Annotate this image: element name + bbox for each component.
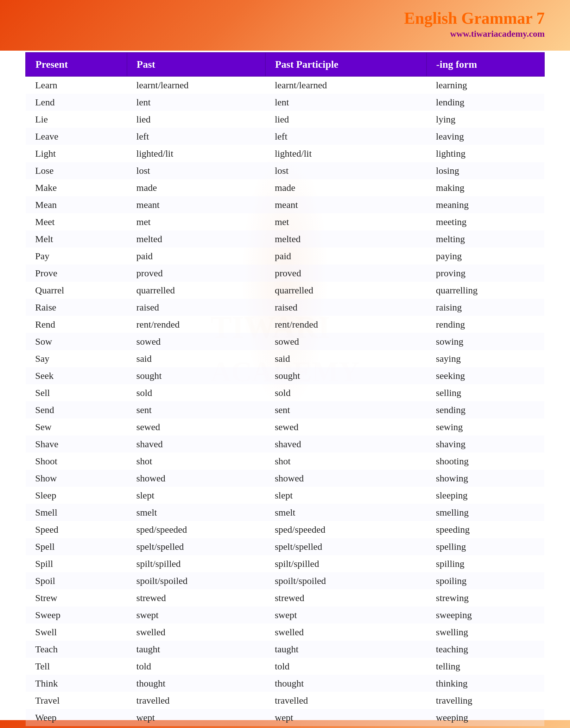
table-cell: strewing — [426, 589, 544, 607]
table-cell: told — [127, 658, 265, 675]
table-cell: made — [127, 179, 265, 196]
table-cell: smelling — [426, 504, 544, 521]
table-cell: spelling — [426, 538, 544, 555]
table-cell: shot — [127, 453, 265, 470]
table-cell: paying — [426, 247, 544, 264]
table-cell: lost — [127, 162, 265, 179]
col-present: Present — [26, 53, 127, 76]
table-cell: wetted — [265, 726, 426, 728]
table-cell: speeding — [426, 521, 544, 538]
page-content: English Grammar 7 www.tiwariacademy.com … — [0, 0, 570, 728]
table-row: Strewstrewedstrewedstrewing — [26, 589, 544, 607]
table-cell: lent — [265, 94, 426, 111]
table-cell: shaved — [127, 436, 265, 453]
table-cell: quarrelled — [265, 282, 426, 299]
table-row: Wetwettedwettedwetting — [26, 726, 544, 728]
table-row: Spellspelt/spelledspelt/spelledspelling — [26, 538, 544, 555]
table-cell: Shave — [26, 436, 127, 453]
table-row: Shaveshavedshavedshaving — [26, 436, 544, 453]
table-cell: swelling — [426, 624, 544, 641]
table-cell: sewed — [127, 419, 265, 436]
table-cell: Make — [26, 179, 127, 196]
table-cell: showed — [127, 470, 265, 487]
col-past: Past — [127, 53, 265, 76]
table-cell: meeting — [426, 213, 544, 230]
table-row: Leaveleftleftleaving — [26, 128, 544, 145]
table-row: Lightlighted/litlighted/litlighting — [26, 145, 544, 162]
table-cell: shot — [265, 453, 426, 470]
table-cell: taught — [265, 641, 426, 658]
table-row: Meetmetmetmeeting — [26, 213, 544, 230]
table-cell: sending — [426, 401, 544, 419]
table-cell: melting — [426, 230, 544, 247]
table-cell: told — [265, 658, 426, 675]
table-cell: Melt — [26, 230, 127, 247]
table-row: Lieliedliedlying — [26, 111, 544, 128]
table-cell: sold — [127, 384, 265, 401]
table-cell: strewed — [127, 589, 265, 607]
table-cell: Rend — [26, 316, 127, 333]
table-cell: meaning — [426, 196, 544, 213]
table-cell: swelled — [127, 624, 265, 641]
table-cell: slept — [127, 487, 265, 504]
table-cell: lied — [265, 111, 426, 128]
page-title: English Grammar 7 — [25, 9, 545, 28]
table-cell: lending — [426, 94, 544, 111]
table-cell: Wet — [26, 726, 127, 728]
table-cell: raised — [127, 299, 265, 316]
table-cell: proved — [265, 264, 426, 282]
table-cell: sped/speeded — [265, 521, 426, 538]
table-cell: spoilt/spoiled — [127, 572, 265, 589]
table-row: Sendsentsentsending — [26, 401, 544, 419]
table-row: Speedsped/speededsped/speededspeeding — [26, 521, 544, 538]
table-cell: learning — [426, 76, 544, 94]
table-cell: raising — [426, 299, 544, 316]
table-cell: Spell — [26, 538, 127, 555]
table-cell: spelt/spelled — [127, 538, 265, 555]
table-row: Sellsoldsoldselling — [26, 384, 544, 401]
table-row: Proveprovedprovedproving — [26, 264, 544, 282]
table-cell: thinking — [426, 675, 544, 692]
table-cell: sold — [265, 384, 426, 401]
table-cell: sent — [265, 401, 426, 419]
title-number: 7 — [536, 9, 545, 27]
table-row: Meanmeantmeantmeaning — [26, 196, 544, 213]
table-cell: Lie — [26, 111, 127, 128]
table-cell: wetted — [127, 726, 265, 728]
page-header: English Grammar 7 www.tiwariacademy.com — [25, 0, 545, 43]
table-cell: saying — [426, 350, 544, 367]
table-cell: Meet — [26, 213, 127, 230]
table-cell: Pay — [26, 247, 127, 264]
table-cell: Tell — [26, 658, 127, 675]
table-cell: Leave — [26, 128, 127, 145]
table-cell: sowed — [127, 333, 265, 350]
table-cell: smelt — [265, 504, 426, 521]
table-cell: sweeping — [426, 607, 544, 624]
table-cell: sewing — [426, 419, 544, 436]
table-cell: paid — [127, 247, 265, 264]
table-cell: Mean — [26, 196, 127, 213]
table-row: Sleepsleptsleptsleeping — [26, 487, 544, 504]
table-cell: weeping — [426, 709, 544, 726]
table-cell: Sell — [26, 384, 127, 401]
table-cell: Sweep — [26, 607, 127, 624]
table-row: Makemademademaking — [26, 179, 544, 196]
table-row: Sewsewedsewedsewing — [26, 419, 544, 436]
table-cell: swelled — [265, 624, 426, 641]
table-cell: Teach — [26, 641, 127, 658]
table-cell: shaving — [426, 436, 544, 453]
table-row: Quarrelquarrelledquarrelledquarrelling — [26, 282, 544, 299]
table-cell: rending — [426, 316, 544, 333]
title-main: English Grammar — [404, 9, 536, 27]
table-cell: lying — [426, 111, 544, 128]
table-row: Rendrent/rendedrent/rendedrending — [26, 316, 544, 333]
table-cell: Speed — [26, 521, 127, 538]
table-row: Showshowedshowedshowing — [26, 470, 544, 487]
table-cell: melted — [127, 230, 265, 247]
table-cell: Show — [26, 470, 127, 487]
table-cell: wetting — [426, 726, 544, 728]
table-cell: lighted/lit — [265, 145, 426, 162]
table-body: Learnlearnt/learnedlearnt/learnedlearnin… — [26, 76, 544, 728]
table-cell: Sow — [26, 333, 127, 350]
table-cell: met — [265, 213, 426, 230]
